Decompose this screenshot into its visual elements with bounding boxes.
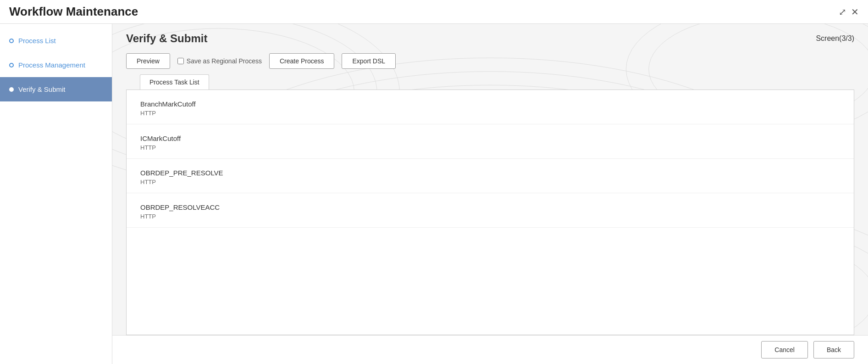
content-inner: Verify & Submit Screen(3/3) Preview Save… xyxy=(112,24,868,364)
screen-indicator: Screen(3/3) xyxy=(816,34,854,43)
page-title: Verify & Submit xyxy=(126,32,207,45)
sidebar-item-process-management[interactable]: Process Management xyxy=(0,53,112,77)
sidebar-item-label: Process List xyxy=(18,37,56,45)
resize-icon[interactable]: ⤢ xyxy=(839,6,846,17)
task-list-panel[interactable]: BranchMarkCutoff HTTP ICMarkCutoff HTTP … xyxy=(126,90,854,335)
cancel-button[interactable]: Cancel xyxy=(761,341,808,358)
task-item-2: OBRDEP_PRE_RESOLVE HTTP xyxy=(127,159,854,193)
sidebar-item-label: Process Management xyxy=(18,61,85,69)
dot-icon xyxy=(9,63,14,67)
dot-icon xyxy=(9,87,14,92)
task-name: BranchMarkCutoff xyxy=(140,100,840,108)
export-dsl-button[interactable]: Export DSL xyxy=(342,53,396,69)
process-task-list-tab[interactable]: Process Task List xyxy=(140,74,209,90)
tab-label: Process Task List xyxy=(140,75,209,90)
back-button[interactable]: Back xyxy=(813,341,854,358)
task-item-3: OBRDEP_RESOLVEACC HTTP xyxy=(127,193,854,228)
content-area: .contour { fill: none; stroke: #bbb; str… xyxy=(112,24,868,364)
content-header: Verify & Submit Screen(3/3) xyxy=(112,24,868,50)
task-type: HTTP xyxy=(140,110,840,117)
sidebar-item-verify-submit[interactable]: Verify & Submit xyxy=(0,77,112,101)
task-type: HTTP xyxy=(140,144,840,151)
window-controls: ⤢ ✕ xyxy=(839,6,859,17)
task-item-0: BranchMarkCutoff HTTP xyxy=(127,90,854,124)
sidebar-item-label: Verify & Submit xyxy=(18,85,66,93)
sidebar-item-process-list[interactable]: Process List xyxy=(0,28,112,53)
toolbar: Preview Save as Regional Process Create … xyxy=(112,50,868,74)
task-type: HTTP xyxy=(140,213,840,220)
task-name: OBRDEP_PRE_RESOLVE xyxy=(140,169,840,177)
save-regional-checkbox[interactable] xyxy=(177,58,184,64)
task-item-1: ICMarkCutoff HTTP xyxy=(127,124,854,159)
save-regional-checkbox-label[interactable]: Save as Regional Process xyxy=(177,57,262,65)
close-icon[interactable]: ✕ xyxy=(851,6,859,17)
main-layout: Process List Process Management Verify &… xyxy=(0,24,868,364)
tab-container: Process Task List xyxy=(112,74,854,90)
save-regional-label: Save as Regional Process xyxy=(187,57,262,65)
task-name: OBRDEP_RESOLVEACC xyxy=(140,203,840,211)
preview-button[interactable]: Preview xyxy=(126,53,170,69)
task-name: ICMarkCutoff xyxy=(140,134,840,142)
task-type: HTTP xyxy=(140,179,840,185)
create-process-button[interactable]: Create Process xyxy=(269,53,334,69)
title-bar: Workflow Maintenance ⤢ ✕ xyxy=(0,0,868,24)
app-title: Workflow Maintenance xyxy=(9,5,138,19)
bottom-bar: Cancel Back xyxy=(112,335,868,364)
sidebar: Process List Process Management Verify &… xyxy=(0,24,112,364)
dot-icon xyxy=(9,39,14,43)
